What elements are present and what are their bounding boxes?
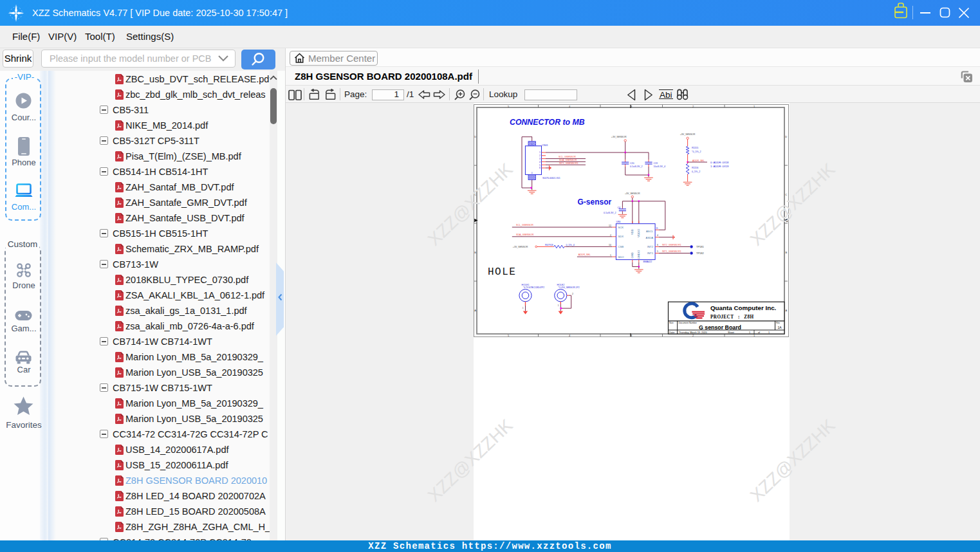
svg-text:C4: C4 <box>617 207 620 209</box>
svg-text:0.1u/6.3V_2: 0.1u/6.3V_2 <box>604 212 616 214</box>
svg-text:GND: GND <box>631 252 634 258</box>
svg-text:Sheet: Sheet <box>728 331 735 334</box>
svg-text:SDA_GSENSOR: SDA_GSENSOR <box>559 159 577 161</box>
svg-text:G-sensor: G-sensor <box>578 198 612 207</box>
svg-text:BMA422: BMA422 <box>643 261 652 263</box>
svg-text:1: 1 <box>749 331 750 334</box>
svg-text:INT1_GSENSOR1: INT1_GSENSOR1 <box>559 162 578 165</box>
svg-text:+3V_SENSOR: +3V_SENSOR <box>680 133 696 136</box>
svg-text:R67918: R67918 <box>545 244 553 246</box>
svg-text:R1155: R1155 <box>692 147 698 149</box>
svg-text:4: 4 <box>539 161 541 163</box>
svg-text:INT2: INT2 <box>647 245 654 248</box>
svg-text:Rev: Rev <box>776 322 780 324</box>
svg-text:SCL_GSENSOR: SCL_GSENSOR <box>559 156 576 158</box>
svg-text:ADDR_SEL: ADDR_SEL <box>692 160 705 162</box>
svg-text:VDDIO: VDDIO <box>637 228 640 237</box>
svg-text:R1156: R1156 <box>692 167 698 169</box>
svg-text:C20: C20 <box>630 162 634 165</box>
svg-text:SDO: SDO <box>618 255 624 259</box>
svg-text:*4-TIO47BC118D47P2: *4-TIO47BC118D47P2 <box>523 286 544 289</box>
svg-text:0: 0 <box>532 172 533 174</box>
svg-text:CONNECTOR to MB: CONNECTOR to MB <box>510 118 585 127</box>
svg-text:CN01: CN01 <box>542 144 548 147</box>
svg-text:SDA_GSENSOR: SDA_GSENSOR <box>516 234 534 236</box>
svg-text:D: D <box>474 135 476 138</box>
svg-text:10u/6.3V_4: 10u/6.3V_4 <box>654 165 665 168</box>
svg-text:1: ADDR: 0X19: 1: ADDR: 0X19 <box>710 165 729 168</box>
svg-text:12: 12 <box>609 225 611 227</box>
svg-text:0: ADDR: 0X18: 0: ADDR: 0X18 <box>710 161 729 164</box>
svg-text:CSB: CSB <box>618 245 624 248</box>
svg-text:1: 1 <box>532 143 533 146</box>
svg-text:2: 2 <box>572 293 573 295</box>
svg-text:1: 1 <box>610 254 611 257</box>
svg-text:TP182: TP182 <box>696 252 705 255</box>
svg-text:3: 3 <box>539 158 541 160</box>
svg-text:INT1_GSENSOR1: INT1_GSENSOR1 <box>662 250 681 253</box>
svg-text:B: B <box>785 251 787 254</box>
svg-text:0.1u/6.3V_2: 0.1u/6.3V_2 <box>630 165 642 168</box>
svg-text:*0_5%_2: *0_5%_2 <box>692 151 701 153</box>
svg-text:SCL_GSENSOR: SCL_GSENSOR <box>516 224 533 226</box>
svg-text:5: 5 <box>657 250 658 253</box>
svg-text:G sensor Board: G sensor Board <box>699 324 741 331</box>
svg-text:D: D <box>785 135 787 138</box>
svg-text:HOLE2: HOLE2 <box>557 284 564 286</box>
svg-text:Document Number: Document Number <box>679 322 698 324</box>
svg-text:SCK: SCK <box>618 226 624 229</box>
svg-text:2: 2 <box>610 234 611 237</box>
svg-text:S0076-00601-V01: S0076-00601-V01 <box>542 177 560 179</box>
svg-text:GNDIO: GNDIO <box>637 250 640 259</box>
svg-text:A: A <box>474 309 476 312</box>
svg-text:6: 6 <box>657 244 658 246</box>
svg-text:C19: C19 <box>654 162 658 165</box>
svg-text:INT1: INT1 <box>647 252 654 255</box>
svg-text:ASCL: ASCL <box>646 230 654 233</box>
svg-text:PROJECT : Z8H: PROJECT : Z8H <box>710 315 754 320</box>
svg-text:1: 1 <box>768 331 770 334</box>
svg-text:1A: 1A <box>778 326 782 329</box>
svg-text:1: 1 <box>539 151 541 154</box>
svg-text:10: 10 <box>609 244 611 246</box>
svg-text:HOLE: HOLE <box>488 266 516 278</box>
svg-text:0_5%_2: 0_5%_2 <box>692 170 700 173</box>
svg-text:6: 6 <box>539 167 541 169</box>
svg-text:Quanta Computer Inc.: Quanta Computer Inc. <box>710 304 777 311</box>
svg-text:Size: Size <box>669 322 674 324</box>
svg-text:VDD: VDD <box>631 229 634 235</box>
svg-text:INT2_GSENSOR1: INT2_GSENSOR1 <box>662 244 681 246</box>
svg-text:Thursday, March 19, 2020: Thursday, March 19, 2020 <box>679 331 707 334</box>
svg-text:11: 11 <box>656 227 658 230</box>
svg-text:5: 5 <box>539 164 541 167</box>
svg-text:Date:: Date: <box>669 331 675 334</box>
svg-text:ADDR_SEL: ADDR_SEL <box>578 253 591 256</box>
svg-text:TP181: TP181 <box>696 245 705 248</box>
svg-text:4: 4 <box>657 234 658 237</box>
svg-text:+3V_SENSOR: +3V_SENSOR <box>513 246 528 248</box>
svg-text:SDX: SDX <box>618 235 624 238</box>
svg-text:*O-ZGI_SENSOR-1P2: *O-ZGI_SENSOR-1P2 <box>558 286 579 289</box>
svg-text:0_5%_4: 0_5%_4 <box>566 244 575 246</box>
svg-text:ASDA: ASDA <box>646 236 654 239</box>
svg-text:+3V_SENSOR: +3V_SENSOR <box>611 136 627 138</box>
svg-text:U80: U80 <box>616 221 621 223</box>
svg-text:+3V_SENSOR: +3V_SENSOR <box>625 192 640 195</box>
svg-text:2: 2 <box>539 154 541 157</box>
svg-text:A: A <box>785 309 787 312</box>
svg-text:HOLE1: HOLE1 <box>522 284 530 286</box>
svg-text:B: B <box>474 251 476 254</box>
